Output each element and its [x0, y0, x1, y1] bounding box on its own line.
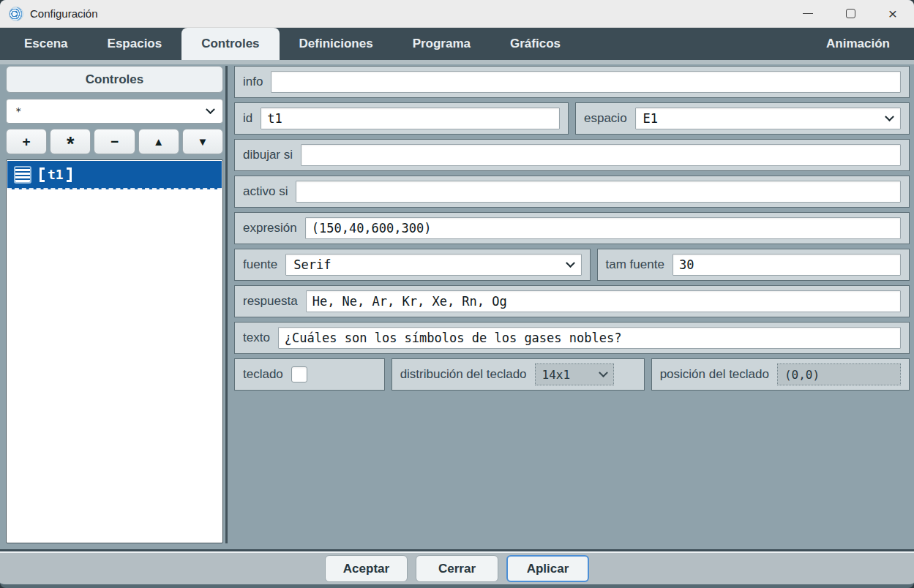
remove-control-button[interactable]: −: [94, 129, 135, 154]
close-icon: ×: [888, 6, 897, 21]
left-bracket-decoration: [40, 167, 45, 182]
controls-list: t1: [6, 159, 223, 543]
row-expresion: expresión: [234, 212, 910, 244]
tab-animacion[interactable]: Animación: [806, 28, 910, 60]
info-input[interactable]: [271, 71, 901, 93]
fuente-value: Serif: [293, 257, 561, 272]
controls-panel-header: Controles: [6, 66, 223, 93]
minus-icon: −: [110, 135, 119, 148]
espacio-label: espacio: [584, 111, 627, 126]
texto-box: texto: [234, 322, 910, 354]
row-fuente: fuente Serif tam fuente: [234, 249, 910, 281]
controls-toolbar: + * − ▲ ▼: [6, 129, 223, 154]
aceptar-button[interactable]: Aceptar: [325, 555, 408, 582]
info-label: info: [243, 75, 263, 89]
respuesta-box: respuesta: [234, 285, 910, 317]
tam-fuente-input[interactable]: [673, 254, 901, 276]
tab-espacios[interactable]: Espacios: [88, 28, 182, 60]
chevron-down-icon: [206, 105, 215, 114]
activo-si-input[interactable]: [296, 181, 901, 203]
expresion-input[interactable]: [305, 217, 901, 239]
posicion-field-disabled: (0,0): [777, 363, 901, 385]
chevron-down-icon: [599, 368, 608, 377]
activo-si-label: activo si: [243, 184, 288, 199]
footer-bar: Aceptar Cerrar Aplicar: [0, 551, 914, 584]
tab-controles[interactable]: Controles: [181, 28, 279, 60]
move-up-button[interactable]: ▲: [138, 129, 179, 154]
maximize-button[interactable]: [829, 0, 872, 27]
distribucion-label: distribución del teclado: [400, 367, 527, 382]
duplicate-control-button[interactable]: *: [50, 129, 91, 154]
close-button[interactable]: ×: [872, 0, 914, 27]
text-control-icon: [14, 166, 31, 184]
id-label: id: [243, 111, 252, 126]
configuration-window: Configuración × Escena Espacios Controle…: [0, 0, 914, 588]
cerrar-button[interactable]: Cerrar: [416, 555, 498, 582]
fuente-label: fuente: [243, 257, 277, 272]
espacio-value: E1: [643, 111, 880, 126]
distribucion-box: distribución del teclado 14x1: [392, 358, 645, 391]
minimize-icon: [803, 13, 813, 14]
window-controls: ×: [787, 0, 914, 27]
id-input[interactable]: [261, 108, 560, 129]
tab-programa[interactable]: Programa: [393, 28, 490, 60]
teclado-label: teclado: [243, 367, 283, 382]
content-area: Controles * + * − ▲ ▼ t1: [0, 60, 914, 551]
panel-separator: [225, 66, 228, 543]
expresion-label: expresión: [243, 221, 297, 235]
dibujar-si-label: dibujar si: [243, 148, 293, 162]
row-dibujar-si: dibujar si: [234, 139, 910, 171]
respuesta-input[interactable]: [306, 290, 901, 312]
distribucion-select-disabled: 14x1: [535, 363, 614, 385]
row-id-espacio: id espacio E1: [234, 102, 910, 135]
dibujar-si-input[interactable]: [301, 144, 901, 166]
plus-icon: +: [23, 135, 31, 148]
move-down-button[interactable]: ▼: [182, 129, 223, 154]
tab-bar: Escena Espacios Controles Definiciones P…: [0, 28, 914, 60]
row-info: info: [234, 66, 910, 98]
texto-label: texto: [243, 331, 270, 345]
tab-definiciones[interactable]: Definiciones: [280, 28, 393, 60]
minimize-button[interactable]: [787, 0, 829, 27]
add-control-button[interactable]: +: [6, 129, 47, 154]
row-activo-si: activo si: [234, 176, 910, 208]
control-properties-form: info id espacio E1: [234, 66, 910, 543]
tab-graficos[interactable]: Gráficos: [490, 28, 580, 60]
posicion-value: (0,0): [784, 368, 820, 382]
fuente-select[interactable]: Serif: [285, 254, 581, 276]
controls-filter-select[interactable]: *: [6, 99, 223, 124]
teclado-checkbox[interactable]: [291, 366, 307, 382]
row-texto: texto: [234, 322, 910, 354]
respuesta-label: respuesta: [243, 294, 298, 309]
fuente-box: fuente Serif: [234, 249, 591, 281]
row-teclado: teclado distribución del teclado 14x1 po…: [234, 358, 910, 391]
espacio-select[interactable]: E1: [635, 108, 901, 129]
espacio-box: espacio E1: [575, 102, 910, 135]
list-item-t1-selected[interactable]: t1: [7, 161, 222, 189]
arrow-up-icon: ▲: [153, 136, 164, 147]
titlebar: Configuración ×: [0, 0, 914, 28]
chevron-down-icon: [885, 112, 894, 121]
controls-filter-value: *: [15, 105, 201, 117]
teclado-box: teclado: [234, 358, 385, 391]
tam-fuente-label: tam fuente: [606, 257, 664, 272]
posicion-label: posición del teclado: [660, 367, 769, 382]
arrow-down-icon: ▼: [197, 136, 208, 147]
tam-fuente-box: tam fuente: [597, 249, 910, 281]
window-title: Configuración: [30, 7, 98, 20]
chevron-down-icon: [566, 258, 575, 268]
dibujar-si-box: dibujar si: [234, 139, 910, 171]
row-respuesta: respuesta: [234, 285, 910, 317]
controls-sidebar: Controles * + * − ▲ ▼ t1: [6, 66, 223, 543]
id-box: id: [234, 102, 569, 135]
right-bracket-decoration: [67, 167, 72, 182]
tab-escena[interactable]: Escena: [4, 28, 88, 60]
app-logo-icon: [9, 7, 23, 21]
asterisk-icon: *: [67, 135, 75, 154]
maximize-icon: [846, 9, 855, 18]
list-item-id: t1: [48, 167, 64, 182]
texto-input[interactable]: [278, 327, 901, 349]
aplicar-button[interactable]: Aplicar: [506, 555, 589, 582]
posicion-box: posición del teclado (0,0): [651, 358, 910, 391]
distribucion-value: 14x1: [542, 368, 594, 382]
